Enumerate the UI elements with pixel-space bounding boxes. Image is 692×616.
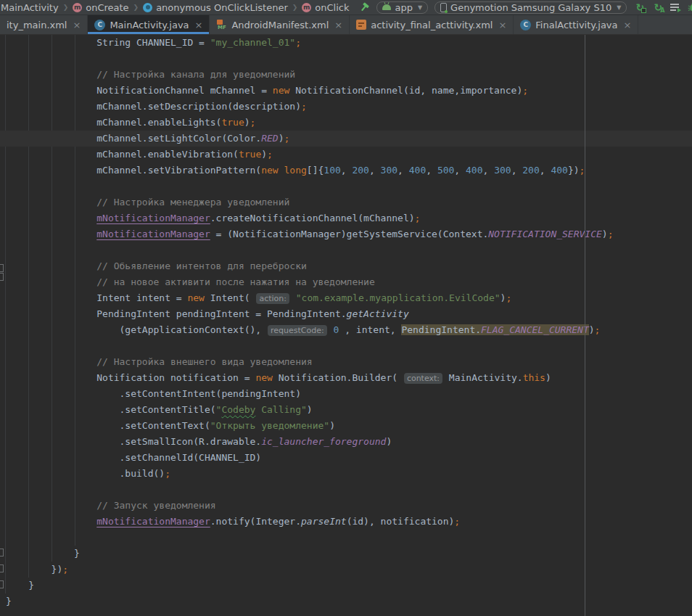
breadcrumb-item[interactable]: onCreate bbox=[86, 2, 128, 13]
code-line: Intent intent = new Intent( action: "com… bbox=[6, 290, 692, 306]
fold-marker[interactable] bbox=[0, 273, 4, 281]
code-line: // Обьявление интентов для переброски bbox=[6, 258, 692, 274]
code-line: String CHANNEL_ID = "my_channel_01"; bbox=[6, 35, 692, 51]
code-content: String CHANNEL_ID = "my_channel_01"; // … bbox=[0, 35, 692, 609]
class-file-icon: C bbox=[94, 20, 105, 30]
breadcrumb: MainActivity❯monCreate❯anonymous OnClick… bbox=[0, 2, 349, 13]
code-line: NotificationChannel mChannel = new Notif… bbox=[6, 83, 692, 99]
code-line: .setChannelId(CHANNEL_ID) bbox=[6, 450, 692, 466]
code-line: .build(); bbox=[6, 466, 692, 482]
code-line: (getApplicationContext(), requestCode: 0… bbox=[6, 322, 692, 338]
close-icon[interactable]: × bbox=[334, 20, 342, 30]
code-line bbox=[6, 178, 692, 194]
tab-activity_final_acttivity.xml[interactable]: activity_final_acttivity.xml× bbox=[350, 15, 514, 34]
chevron-down-icon: ▼ bbox=[418, 4, 422, 11]
phone-icon bbox=[440, 3, 447, 12]
close-icon[interactable]: × bbox=[624, 20, 632, 30]
tab-label: FinalActtivity.java bbox=[535, 20, 617, 30]
device-label: Genymotion Samsung Galaxy S10 bbox=[450, 2, 611, 13]
tab-label: activity_final_acttivity.xml bbox=[371, 20, 493, 30]
method-icon: m bbox=[73, 3, 82, 12]
code-line: // Запуск уведомления bbox=[6, 498, 692, 514]
code-line bbox=[6, 51, 692, 67]
code-line: }); bbox=[6, 562, 692, 578]
code-line: // Настройка канала для уведомлений bbox=[6, 67, 692, 83]
device-select[interactable]: Genymotion Samsung Galaxy S10 ▼ bbox=[434, 1, 627, 14]
code-line: mChannel.enableLights(true); bbox=[6, 115, 692, 131]
fold-marker[interactable] bbox=[0, 564, 4, 572]
code-line: .setContentIntent(pendingIntent) bbox=[6, 386, 692, 402]
build-hammer-icon[interactable] bbox=[359, 1, 370, 14]
close-icon[interactable]: × bbox=[195, 20, 203, 30]
fold-marker[interactable] bbox=[0, 264, 4, 272]
close-icon[interactable]: × bbox=[498, 20, 506, 30]
code-line: .setContentTitle("Codeby Calling") bbox=[6, 402, 692, 418]
code-line: .setSmallIcon(R.drawable.ic_launcher_for… bbox=[6, 434, 692, 450]
fold-marker[interactable] bbox=[0, 580, 4, 588]
code-line: mNotificationManager = (NotificationMana… bbox=[6, 226, 692, 242]
code-line bbox=[6, 242, 692, 258]
code-line: // на новое активити после нажатия на ув… bbox=[6, 274, 692, 290]
breadcrumb-separator: ❯ bbox=[62, 4, 70, 11]
list-with-arrow-icon[interactable] bbox=[670, 1, 680, 13]
code-line: mNotificationManager.notify(Integer.pars… bbox=[6, 514, 692, 530]
apply-code-changes-icon[interactable]: ↻ bbox=[652, 1, 664, 13]
main-toolbar: MainActivity❯monCreate❯anonymous OnClick… bbox=[0, 0, 692, 15]
right-margin-guide bbox=[585, 35, 585, 616]
tab-ity_main.xml[interactable]: ity_main.xml× bbox=[0, 15, 88, 34]
close-icon[interactable]: × bbox=[73, 20, 81, 30]
code-line bbox=[6, 482, 692, 498]
code-line: mChannel.setDescription(description); bbox=[6, 99, 692, 115]
tab-label: ity_main.xml bbox=[7, 20, 67, 30]
code-line: } bbox=[6, 546, 692, 562]
code-line: // Настройка менеджера уведомлений bbox=[6, 194, 692, 210]
breadcrumb-separator: ❯ bbox=[133, 4, 140, 11]
code-line: Notification notification = new Notifica… bbox=[6, 370, 692, 386]
rerun-icon[interactable]: ↻ bbox=[634, 1, 646, 13]
fold-marker[interactable] bbox=[0, 549, 4, 557]
android-icon bbox=[382, 4, 391, 10]
code-line: mChannel.setVibrationPattern(new long[]{… bbox=[6, 163, 692, 178]
code-line: .setContentText("Открыть уведомление") bbox=[6, 418, 692, 434]
xml-file-icon bbox=[356, 20, 366, 30]
run-config-select[interactable]: app ▼ bbox=[376, 1, 428, 14]
run-actions: ↻ ↻ bbox=[634, 1, 692, 13]
code-line: } bbox=[6, 594, 692, 609]
code-line: mChannel.enableVibration(true); bbox=[6, 147, 692, 163]
breadcrumb-item[interactable]: MainActivity bbox=[1, 2, 59, 13]
tab-AndroidManifest.xml[interactable]: MFAndroidManifest.xml× bbox=[210, 15, 350, 34]
code-line: mNotificationManager.createNotificationC… bbox=[6, 210, 692, 226]
manifest-file-icon: MF bbox=[216, 20, 227, 30]
tab-bar: ity_main.xml×CMainActivity.java×MFAndroi… bbox=[0, 15, 692, 35]
breadcrumb-item[interactable]: anonymous OnClickListener bbox=[156, 2, 288, 13]
chevron-down-icon: ▼ bbox=[617, 4, 621, 11]
debug-bug-icon[interactable] bbox=[687, 1, 692, 13]
tab-FinalActtivity.java[interactable]: CFinalActtivity.java× bbox=[514, 15, 638, 34]
tab-MainActivity.java[interactable]: CMainActivity.java× bbox=[88, 15, 210, 34]
breadcrumb-item[interactable]: onClick bbox=[315, 2, 349, 13]
breadcrumb-separator: ❯ bbox=[292, 4, 299, 11]
code-line: // Настройка внешнего вида уведомления bbox=[6, 354, 692, 370]
code-line: mChannel.setLightColor(Color.RED); bbox=[0, 131, 692, 147]
tab-label: AndroidManifest.xml bbox=[231, 20, 329, 30]
tab-label: MainActivity.java bbox=[110, 20, 189, 30]
class-file-icon: C bbox=[520, 20, 531, 30]
run-config-label: app bbox=[395, 2, 412, 13]
method-icon: m bbox=[302, 3, 311, 12]
code-line: PendingIntent pendingIntent = PendingInt… bbox=[6, 306, 692, 322]
android-studio-window: MainActivity❯monCreate❯anonymous OnClick… bbox=[0, 0, 692, 616]
code-line: } bbox=[6, 578, 692, 594]
code-editor[interactable]: String CHANNEL_ID = "my_channel_01"; // … bbox=[0, 35, 692, 616]
code-line bbox=[6, 338, 692, 354]
code-line bbox=[6, 530, 692, 546]
class-anon-icon bbox=[143, 3, 152, 12]
